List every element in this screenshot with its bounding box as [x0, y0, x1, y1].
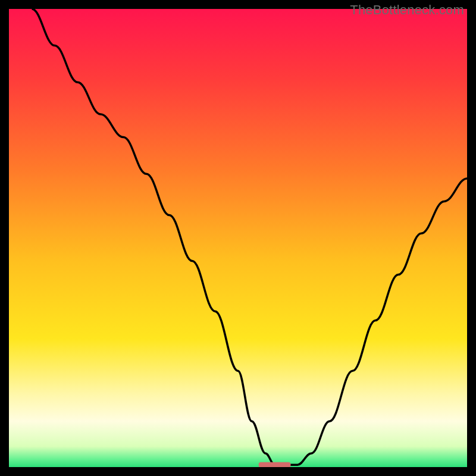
chart-svg [9, 9, 467, 467]
watermark-text: TheBottleneck.com [350, 2, 464, 18]
gradient-background [9, 9, 467, 467]
optimal-marker [259, 462, 291, 467]
chart-frame [9, 9, 467, 467]
